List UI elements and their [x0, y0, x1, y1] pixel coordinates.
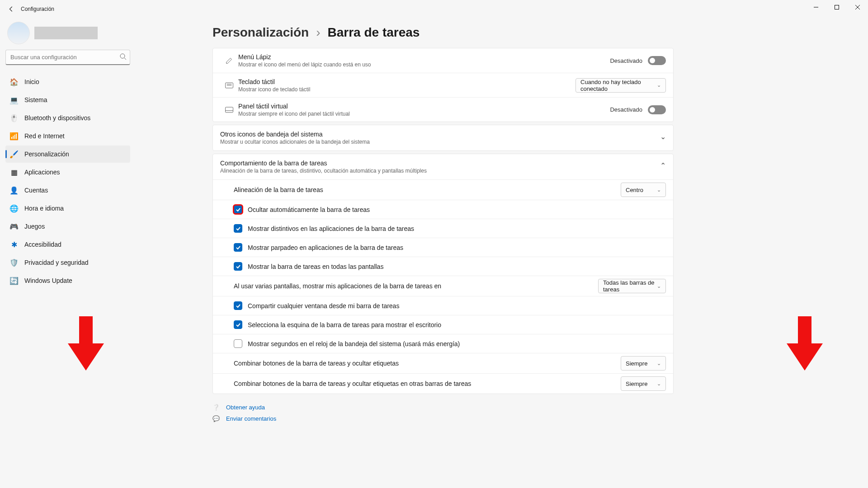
keyboard-icon	[220, 82, 238, 89]
chevron-right-icon: ›	[316, 25, 320, 40]
multi-monitor-dropdown[interactable]: Todas las barras de tareas⌄	[598, 279, 666, 293]
combine-other-dropdown[interactable]: Siempre⌄	[621, 376, 666, 391]
sidebar-item-label: Sistema	[24, 96, 47, 103]
row-title: Teclado táctil	[238, 78, 576, 85]
pen-icon	[220, 56, 238, 65]
sidebar-item-label: Accesibilidad	[24, 241, 61, 248]
sidebar-item-privacidad[interactable]: 🛡️Privacidad y seguridad	[5, 254, 130, 271]
combine-main-dropdown[interactable]: Siempre⌄	[621, 356, 666, 371]
all-screens-checkbox[interactable]	[234, 262, 242, 271]
chevron-down-icon: ⌄	[657, 361, 661, 366]
chevron-down-icon: ⌄	[657, 283, 661, 289]
maximize-button[interactable]	[826, 0, 847, 14]
get-help-link[interactable]: ❔Obtener ayuda	[212, 404, 674, 411]
account-header[interactable]	[5, 20, 130, 50]
share-checkbox[interactable]	[234, 301, 242, 310]
setting-label: Combinar botones de la barra de tareas y…	[234, 360, 621, 367]
feedback-link[interactable]: 💬Enviar comentarios	[212, 415, 674, 422]
row-touch-keyboard: Teclado táctil Mostrar icono de teclado …	[213, 73, 673, 97]
svg-line-3	[124, 58, 126, 60]
sidebar-item-aplicaciones[interactable]: ▦Aplicaciones	[5, 164, 130, 181]
row-all-screens: Mostrar la barra de tareas en todas las …	[213, 257, 673, 276]
titlebar: Configuración	[0, 0, 868, 18]
sidebar-item-cuentas[interactable]: 👤Cuentas	[5, 182, 130, 199]
toggle-state: Desactivado	[610, 106, 642, 113]
update-icon: 🔄	[10, 277, 18, 285]
row-alignment: Alineación de la barra de tareas Centro⌄	[213, 179, 673, 200]
sidebar-item-label: Personalización	[24, 150, 69, 158]
setting-label: Mostrar parpadeo en aplicaciones de la b…	[248, 244, 666, 251]
sidebar-item-juegos[interactable]: 🎮Juegos	[5, 218, 130, 235]
virtual-touchpad-toggle[interactable]	[648, 105, 666, 114]
sidebar-item-label: Privacidad y seguridad	[24, 259, 89, 266]
row-combine-main: Combinar botones de la barra de tareas y…	[213, 353, 673, 373]
badges-checkbox[interactable]	[234, 224, 242, 233]
sidebar-item-label: Aplicaciones	[24, 169, 60, 176]
row-autohide: Ocultar automáticamente la barra de tare…	[213, 200, 673, 219]
page-title: Barra de tareas	[328, 25, 420, 40]
main: Personalización › Barra de tareas Menú L…	[136, 20, 868, 488]
sidebar-item-personalizacion[interactable]: 🖌️Personalización	[5, 145, 130, 163]
sidebar-item-label: Cuentas	[24, 187, 48, 194]
breadcrumb-parent[interactable]: Personalización	[212, 25, 309, 40]
row-desc: Mostrar siempre el icono del panel tácti…	[238, 111, 610, 117]
sidebar-item-bluetooth[interactable]: 🖱️Bluetooth y dispositivos	[5, 109, 130, 127]
minimize-button[interactable]	[806, 0, 826, 14]
row-desc: Mostrar el icono del menú del lápiz cuan…	[238, 61, 610, 68]
chevron-up-icon: ⌃	[660, 160, 666, 170]
autohide-checkbox[interactable]	[234, 205, 242, 214]
sidebar-item-accesibilidad[interactable]: ✱Accesibilidad	[5, 236, 130, 253]
footer-links: ❔Obtener ayuda 💬Enviar comentarios	[212, 404, 674, 422]
search-icon[interactable]	[119, 53, 127, 62]
system-tray-icons-panel: Menú Lápiz Mostrar el icono del menú del…	[212, 48, 674, 122]
sidebar-item-label: Inicio	[24, 78, 39, 85]
touch-keyboard-dropdown[interactable]: Cuando no hay teclado conectado⌄	[576, 78, 666, 93]
setting-label: Alineación de la barra de tareas	[234, 186, 621, 193]
row-multi-monitor: Al usar varias pantallas, mostrar mis ap…	[213, 276, 673, 296]
row-seconds: Mostrar segundos en el reloj de la bande…	[213, 334, 673, 353]
flash-checkbox[interactable]	[234, 243, 242, 252]
group-header-behavior[interactable]: Comportamiento de la barra de tareas Ali…	[213, 154, 673, 179]
setting-label: Al usar varias pantallas, mostrar mis ap…	[234, 282, 598, 290]
close-button[interactable]	[847, 0, 868, 14]
sidebar-item-update[interactable]: 🔄Windows Update	[5, 272, 130, 289]
svg-rect-7	[225, 107, 233, 113]
account-name-redacted	[34, 27, 98, 39]
accessibility-icon: ✱	[10, 240, 18, 249]
sidebar: 🏠Inicio 💻Sistema 🖱️Bluetooth y dispositi…	[0, 20, 136, 488]
row-virtual-touchpad: Panel táctil virtual Mostrar siempre el …	[213, 97, 673, 122]
row-title: Panel táctil virtual	[238, 103, 610, 110]
row-badges: Mostrar distintivos en las aplicaciones …	[213, 219, 673, 238]
time-icon: 🌐	[10, 204, 18, 212]
sidebar-item-hora[interactable]: 🌐Hora e idioma	[5, 200, 130, 217]
touchpad-icon	[220, 107, 238, 113]
setting-label: Selecciona la esquina de la barra de tar…	[248, 321, 666, 328]
feedback-icon: 💬	[212, 415, 221, 422]
group-header-other-tray[interactable]: Otros iconos de bandeja del sistema Most…	[213, 125, 673, 150]
row-title: Menú Lápiz	[238, 53, 610, 61]
sidebar-item-label: Red e Internet	[24, 132, 65, 140]
network-icon: 📶	[10, 132, 18, 140]
sidebar-item-red[interactable]: 📶Red e Internet	[5, 127, 130, 145]
group-taskbar-behavior: Comportamiento de la barra de tareas Ali…	[212, 154, 674, 394]
personalization-icon: 🖌️	[10, 150, 18, 158]
sidebar-item-inicio[interactable]: 🏠Inicio	[5, 73, 130, 90]
svg-point-2	[120, 54, 125, 58]
avatar	[7, 22, 30, 44]
sidebar-item-sistema[interactable]: 💻Sistema	[5, 91, 130, 108]
games-icon: 🎮	[10, 222, 18, 230]
back-button[interactable]	[4, 1, 19, 17]
corner-checkbox[interactable]	[234, 320, 242, 329]
svg-rect-1	[835, 5, 839, 9]
row-pen-menu: Menú Lápiz Mostrar el icono del menú del…	[213, 48, 673, 73]
search-input[interactable]	[5, 50, 130, 65]
seconds-checkbox[interactable]	[234, 339, 242, 348]
pen-menu-toggle[interactable]	[648, 56, 666, 65]
annotation-arrow-left	[68, 316, 104, 371]
sidebar-item-label: Juegos	[24, 223, 45, 230]
group-desc: Alineación de la barra de tareas, distin…	[220, 168, 427, 174]
chevron-down-icon: ⌄	[660, 131, 666, 141]
setting-label: Combinar botones de la barra de tareas y…	[234, 380, 621, 387]
search-box	[5, 50, 130, 65]
alignment-dropdown[interactable]: Centro⌄	[621, 183, 666, 197]
